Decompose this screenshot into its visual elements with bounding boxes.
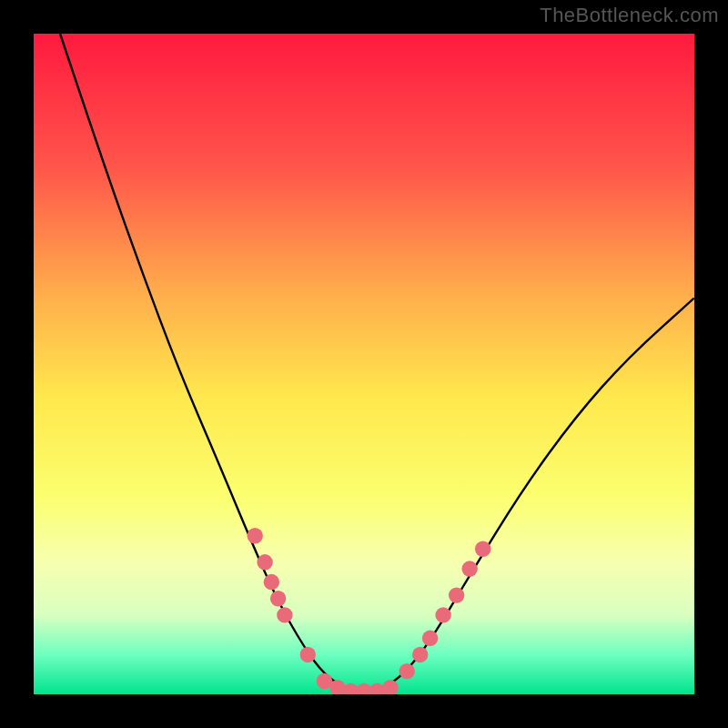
- chart-svg: [34, 34, 694, 694]
- watermark-text: TheBottleneck.com: [540, 4, 719, 27]
- marker-dot: [412, 647, 428, 662]
- marker-dot: [475, 541, 490, 557]
- marker-dot: [399, 663, 414, 679]
- marker-dot: [257, 554, 272, 570]
- marker-dot: [264, 574, 279, 590]
- plot-area: [34, 34, 694, 694]
- gradient-bg: [34, 34, 694, 694]
- marker-dot: [277, 607, 292, 622]
- marker-dot: [461, 561, 477, 576]
- marker-dot: [422, 631, 438, 646]
- marker-dot: [300, 647, 316, 662]
- marker-dot: [435, 607, 450, 622]
- marker-dot: [247, 528, 262, 543]
- marker-dot: [270, 591, 286, 606]
- chart-frame: TheBottleneck.com: [0, 0, 728, 728]
- marker-dot: [449, 587, 464, 602]
